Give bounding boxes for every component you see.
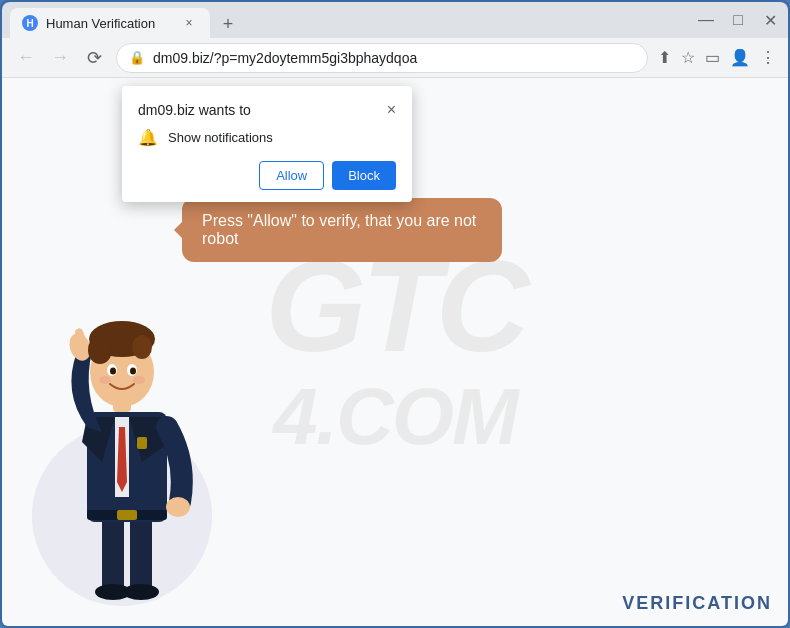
- tab-title: Human Verification: [46, 16, 155, 31]
- notification-label: Show notifications: [168, 130, 273, 145]
- person-illustration: [22, 242, 222, 626]
- url-text: dm09.biz/?p=my2doytemm5gi3bphaydqoa: [153, 50, 417, 66]
- svg-rect-1: [130, 512, 152, 592]
- profile-icon[interactable]: 👤: [730, 48, 750, 67]
- sidebar-icon[interactable]: ▭: [705, 48, 720, 67]
- speech-bubble-text: Press "Allow" to verify, that you are no…: [202, 212, 476, 247]
- tab-close-button[interactable]: ×: [180, 14, 198, 32]
- bookmark-icon[interactable]: ☆: [681, 48, 695, 67]
- notification-row: 🔔 Show notifications: [138, 128, 396, 147]
- forward-button[interactable]: →: [48, 46, 72, 70]
- svg-point-13: [166, 497, 190, 517]
- svg-point-18: [132, 335, 152, 359]
- close-window-button[interactable]: ✕: [760, 10, 780, 30]
- notification-popup: dm09.biz wants to × 🔔 Show notifications…: [122, 86, 412, 202]
- active-tab[interactable]: H Human Verification ×: [10, 8, 210, 38]
- address-field[interactable]: 🔒 dm09.biz/?p=my2doytemm5gi3bphaydqoa: [116, 43, 648, 73]
- block-button[interactable]: Block: [332, 161, 396, 190]
- maximize-button[interactable]: □: [728, 10, 748, 30]
- watermark: GTC 4.COM: [265, 241, 524, 463]
- window-controls: — □ ✕: [696, 10, 780, 30]
- bell-icon: 🔔: [138, 128, 158, 147]
- address-bar: ← → ⟳ 🔒 dm09.biz/?p=my2doytemm5gi3bphayd…: [2, 38, 788, 78]
- watermark-bottom: 4.COM: [273, 371, 516, 463]
- speech-bubble: Press "Allow" to verify, that you are no…: [182, 198, 502, 262]
- new-tab-button[interactable]: +: [214, 10, 242, 38]
- menu-icon[interactable]: ⋮: [760, 48, 776, 67]
- svg-point-3: [123, 584, 159, 600]
- svg-point-17: [88, 336, 112, 364]
- tab-bar: H Human Verification × +: [10, 2, 242, 38]
- tab-favicon: H: [22, 15, 38, 31]
- verification-label: VERIFICATION: [622, 593, 772, 614]
- svg-point-21: [110, 368, 116, 375]
- svg-rect-10: [117, 510, 137, 520]
- popup-header: dm09.biz wants to ×: [138, 102, 396, 118]
- svg-rect-25: [137, 437, 147, 449]
- back-button[interactable]: ←: [14, 46, 38, 70]
- share-icon[interactable]: ⬆: [658, 48, 671, 67]
- title-bar: H Human Verification × + — □ ✕: [2, 2, 788, 38]
- svg-point-22: [130, 368, 136, 375]
- lock-icon: 🔒: [129, 50, 145, 65]
- minimize-button[interactable]: —: [696, 10, 716, 30]
- popup-title: dm09.biz wants to: [138, 102, 251, 118]
- browser-content: GTC 4.COM dm09.biz wants to × 🔔 Show not…: [2, 78, 788, 626]
- allow-button[interactable]: Allow: [259, 161, 324, 190]
- svg-point-23: [99, 376, 111, 384]
- refresh-button[interactable]: ⟳: [82, 46, 106, 70]
- toolbar-icons: ⬆ ☆ ▭ 👤 ⋮: [658, 48, 776, 67]
- svg-point-24: [133, 376, 145, 384]
- popup-buttons: Allow Block: [138, 161, 396, 190]
- svg-rect-0: [102, 512, 124, 592]
- popup-close-button[interactable]: ×: [387, 102, 396, 118]
